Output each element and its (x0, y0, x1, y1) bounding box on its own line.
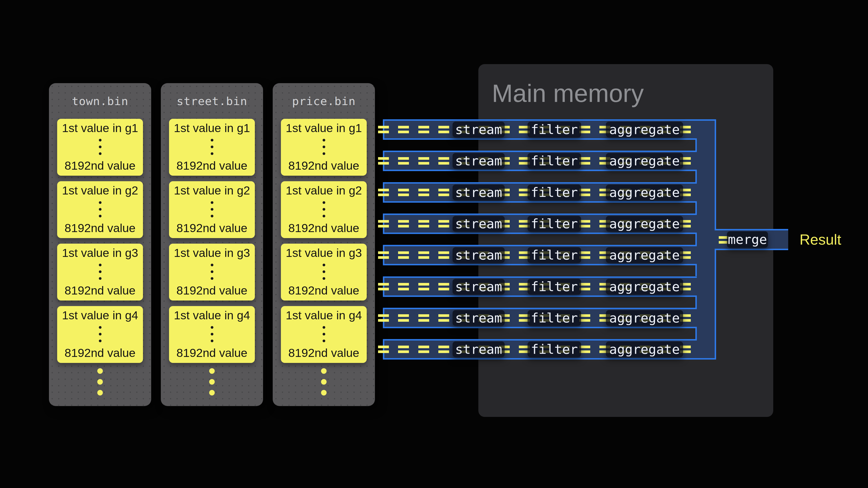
value-group-card-g3: 1st value in g38192nd value (281, 243, 367, 300)
file-name-label: street.bin (161, 83, 263, 119)
vertical-ellipsis-icon (322, 139, 325, 155)
diagram-canvas: Main memory town.bin1st value in g18192n… (0, 0, 868, 488)
stage-box-filter: filter (528, 153, 581, 169)
group-last-value-label: 8192nd value (65, 221, 135, 235)
group-first-value-label: 1st value in g3 (62, 246, 138, 260)
file-name-label: price.bin (273, 83, 375, 119)
stage-box-filter: filter (528, 216, 581, 232)
group-first-value-label: 1st value in g2 (174, 184, 250, 197)
group-last-value-label: 8192nd value (177, 159, 247, 172)
stage-box-filter: filter (528, 310, 581, 326)
vertical-ellipsis-icon (99, 326, 101, 342)
group-last-value-label: 8192nd value (288, 221, 359, 235)
group-first-value-label: 1st value in g3 (286, 246, 362, 260)
group-last-value-label: 8192nd value (177, 221, 247, 235)
stage-box-stream: stream (453, 216, 505, 232)
group-first-value-label: 1st value in g1 (174, 121, 250, 135)
stage-box-filter: filter (528, 122, 581, 137)
stage-box-stream: stream (453, 341, 505, 357)
value-group-card-g3: 1st value in g38192nd value (57, 243, 143, 300)
vertical-ellipsis-icon (211, 201, 213, 217)
group-first-value-label: 1st value in g1 (286, 121, 362, 135)
stage-box-filter: filter (528, 341, 581, 357)
stage-box-stream: stream (453, 122, 505, 137)
group-first-value-label: 1st value in g4 (62, 308, 138, 322)
merge-connector: merge (715, 229, 788, 250)
merge-stage-box: merge (727, 231, 768, 248)
value-group-card-g1: 1st value in g18192nd value (57, 119, 143, 176)
group-first-value-label: 1st value in g4 (174, 308, 250, 322)
vertical-ellipsis-icon (322, 326, 325, 342)
vertical-ellipsis-icon (211, 264, 213, 280)
group-first-value-label: 1st value in g2 (286, 184, 362, 197)
stage-box-aggregate: aggregate (606, 310, 683, 326)
stage-box-aggregate: aggregate (606, 153, 683, 169)
file-column-price-bin: price.bin1st value in g18192nd value1st … (273, 83, 375, 406)
group-last-value-label: 8192nd value (65, 284, 135, 297)
group-last-value-label: 8192nd value (288, 159, 359, 172)
pipeline-row-2: streamfilteraggregate (383, 151, 697, 171)
value-group-card-g1: 1st value in g18192nd value (281, 119, 367, 176)
pipeline-row-4: streamfilteraggregate (383, 214, 697, 234)
pipeline-spine (697, 119, 716, 360)
main-memory-title: Main memory (492, 79, 644, 108)
stage-box-stream: stream (453, 153, 505, 169)
vertical-ellipsis-icon (211, 139, 213, 155)
pipeline-row-8: streamfilteraggregate (383, 339, 697, 360)
group-last-value-label: 8192nd value (177, 284, 247, 297)
group-last-value-label: 8192nd value (177, 346, 247, 360)
value-group-card-g2: 1st value in g28192nd value (281, 181, 367, 238)
value-group-card-g2: 1st value in g28192nd value (169, 181, 255, 238)
stage-box-stream: stream (453, 185, 505, 200)
stage-box-aggregate: aggregate (606, 216, 683, 232)
vertical-ellipsis-icon (99, 201, 101, 217)
stage-box-filter: filter (528, 247, 581, 263)
stage-box-aggregate: aggregate (606, 185, 683, 200)
stage-box-aggregate: aggregate (606, 341, 683, 357)
vertical-ellipsis-icon (99, 264, 101, 280)
stage-box-stream: stream (453, 310, 505, 326)
result-label: Result (800, 229, 841, 250)
vertical-ellipsis-icon (322, 264, 325, 280)
pipeline-row-1: streamfilteraggregate (383, 119, 697, 140)
group-first-value-label: 1st value in g4 (286, 308, 362, 322)
vertical-ellipsis-icon (322, 201, 325, 217)
pipeline-row-6: streamfilteraggregate (383, 276, 697, 297)
pipeline-row-3: streamfilteraggregate (383, 182, 697, 203)
value-group-card-g4: 1st value in g48192nd value (169, 306, 255, 363)
more-groups-ellipsis-icon (209, 368, 215, 395)
stage-box-stream: stream (453, 247, 505, 263)
value-group-card-g4: 1st value in g48192nd value (57, 306, 143, 363)
value-group-card-g2: 1st value in g28192nd value (57, 181, 143, 238)
stage-box-filter: filter (528, 185, 581, 200)
value-group-card-g3: 1st value in g38192nd value (169, 243, 255, 300)
vertical-ellipsis-icon (99, 139, 101, 155)
group-last-value-label: 8192nd value (288, 284, 359, 297)
stage-box-aggregate: aggregate (606, 122, 683, 137)
group-first-value-label: 1st value in g3 (174, 246, 250, 260)
vertical-ellipsis-icon (211, 326, 213, 342)
group-first-value-label: 1st value in g1 (62, 121, 138, 135)
pipeline-row-5: streamfilteraggregate (383, 245, 697, 265)
group-last-value-label: 8192nd value (288, 346, 359, 360)
value-group-card-g4: 1st value in g48192nd value (281, 306, 367, 363)
file-name-label: town.bin (49, 83, 151, 119)
group-last-value-label: 8192nd value (65, 159, 135, 172)
group-first-value-label: 1st value in g2 (62, 184, 138, 197)
file-column-town-bin: town.bin1st value in g18192nd value1st v… (49, 83, 151, 406)
group-last-value-label: 8192nd value (65, 346, 135, 360)
more-groups-ellipsis-icon (97, 368, 103, 395)
value-group-card-g1: 1st value in g18192nd value (169, 119, 255, 176)
stage-box-stream: stream (453, 279, 505, 294)
file-column-street-bin: street.bin1st value in g18192nd value1st… (161, 83, 263, 406)
more-groups-ellipsis-icon (321, 368, 327, 395)
pipeline-row-7: streamfilteraggregate (383, 308, 697, 328)
stage-box-aggregate: aggregate (606, 247, 683, 263)
stage-box-aggregate: aggregate (606, 279, 683, 294)
stage-box-filter: filter (528, 279, 581, 294)
